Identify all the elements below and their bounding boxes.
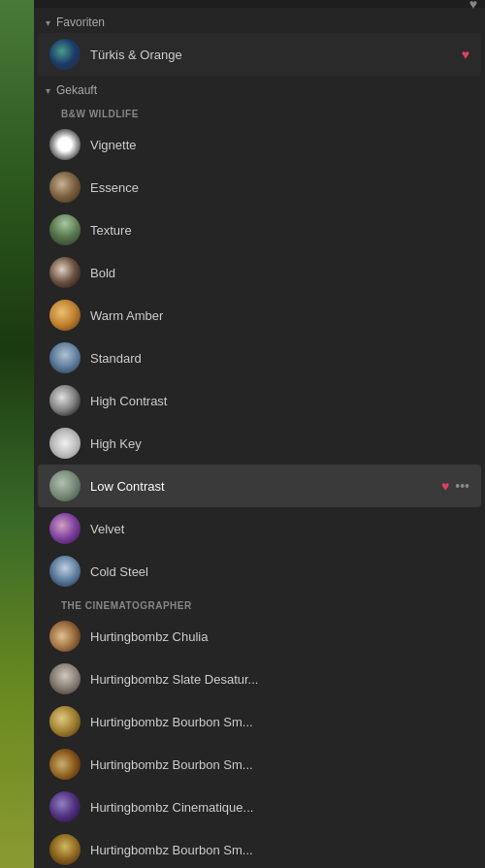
- preset-thumb-vignette: [49, 129, 81, 160]
- preset-name-bourbon-sm1: Hurtingbombz Bourbon Sm...: [90, 715, 469, 729]
- preset-thumb-bold: [49, 257, 81, 288]
- preset-item-essence[interactable]: Essence: [38, 166, 481, 209]
- preset-item-texture[interactable]: Texture: [38, 209, 481, 251]
- preset-thumb-high-key: [49, 428, 81, 459]
- preset-item-bourbon-sm2[interactable]: Hurtingbombz Bourbon Sm...: [38, 743, 481, 786]
- preset-thumb-chulia: [49, 621, 81, 652]
- preset-item-standard[interactable]: Standard: [38, 337, 481, 379]
- preset-list: ▾ Favoriten Türkis & Orange ♥ ▾ Gekauft …: [34, 8, 485, 868]
- preset-name-cinematique: Hurtingbombz Cinematique...: [90, 800, 469, 815]
- preset-thumb-turkis-orange: [49, 39, 81, 70]
- preset-name-texture: Texture: [90, 223, 469, 238]
- preset-name-chulia: Hurtingbombz Chulia: [90, 629, 469, 644]
- preset-name-cold-steel: Cold Steel: [90, 564, 469, 579]
- section-label-gekauft: Gekauft: [56, 83, 97, 97]
- preset-thumb-bourbon-sm1: [49, 706, 81, 737]
- preset-item-high-key[interactable]: High Key: [38, 422, 481, 465]
- preset-name-standard: Standard: [90, 351, 469, 366]
- preset-thumb-essence: [49, 172, 81, 203]
- preset-thumb-bourbon-sm3: [49, 834, 81, 865]
- preset-item-cold-steel[interactable]: Cold Steel: [38, 550, 481, 593]
- heart-button-low-contrast[interactable]: ♥: [441, 478, 449, 494]
- preset-name-low-contrast: Low Contrast: [90, 479, 441, 494]
- left-image-panel: [0, 0, 34, 868]
- preset-thumb-bourbon-sm2: [49, 749, 81, 780]
- heart-button-turkis-orange[interactable]: ♥: [462, 47, 469, 62]
- preset-actions-low-contrast: ♥ •••: [441, 478, 469, 494]
- preset-item-vignette[interactable]: Vignette: [38, 123, 481, 166]
- preset-item-warm-amber[interactable]: Warm Amber: [38, 294, 481, 337]
- preset-item-cinematique[interactable]: Hurtingbombz Cinematique...: [38, 786, 481, 828]
- section-header-favoriten[interactable]: ▾ Favoriten: [34, 8, 485, 33]
- cinematographer-label: THE CINEMATOGRAPHER: [34, 593, 485, 615]
- preset-thumb-high-contrast: [49, 385, 81, 416]
- preset-thumb-cinematique: [49, 791, 81, 822]
- preset-name-turkis-orange: Türkis & Orange: [90, 48, 462, 62]
- chevron-gekauft-icon: ▾: [46, 85, 50, 96]
- preset-item-bourbon-sm1[interactable]: Hurtingbombz Bourbon Sm...: [38, 700, 481, 743]
- preset-item-slate-desat[interactable]: Hurtingbombz Slate Desatur...: [38, 658, 481, 700]
- preset-thumb-low-contrast: [49, 470, 81, 501]
- preset-name-warm-amber: Warm Amber: [90, 308, 469, 323]
- section-label-favoriten: Favoriten: [56, 16, 105, 29]
- preset-item-velvet[interactable]: Velvet: [38, 507, 481, 550]
- preset-name-high-contrast: High Contrast: [90, 394, 469, 408]
- preset-name-vignette: Vignette: [90, 138, 469, 152]
- chevron-favoriten-icon: ▾: [46, 17, 50, 28]
- preset-item-low-contrast[interactable]: Low Contrast ♥ •••: [38, 465, 481, 507]
- bw-wildlife-label: B&W Wildlife: [34, 101, 485, 123]
- preset-item-high-contrast[interactable]: High Contrast: [38, 379, 481, 422]
- preset-thumb-slate-desat: [49, 663, 81, 694]
- preset-name-bourbon-sm2: Hurtingbombz Bourbon Sm...: [90, 757, 469, 772]
- more-button-low-contrast[interactable]: •••: [455, 478, 469, 494]
- preset-item-turkis-orange[interactable]: Türkis & Orange ♥: [38, 33, 481, 76]
- preset-name-essence: Essence: [90, 180, 469, 195]
- preset-actions-turkis-orange: ♥: [462, 47, 469, 62]
- preset-item-chulia[interactable]: Hurtingbombz Chulia: [38, 615, 481, 658]
- preset-thumb-velvet: [49, 513, 81, 544]
- preset-item-bourbon-sm3[interactable]: Hurtingbombz Bourbon Sm...: [38, 828, 481, 868]
- section-header-gekauft[interactable]: ▾ Gekauft: [34, 76, 485, 101]
- preset-name-bourbon-sm3: Hurtingbombz Bourbon Sm...: [90, 843, 469, 857]
- top-bar: ♥: [34, 0, 485, 8]
- preset-name-high-key: High Key: [90, 436, 469, 451]
- preset-thumb-warm-amber: [49, 300, 81, 331]
- preset-thumb-texture: [49, 214, 81, 245]
- preset-item-bold[interactable]: Bold: [38, 251, 481, 294]
- preset-thumb-standard: [49, 342, 81, 373]
- preset-name-bold: Bold: [90, 266, 469, 280]
- preset-name-velvet: Velvet: [90, 522, 469, 536]
- preset-name-slate-desat: Hurtingbombz Slate Desatur...: [90, 672, 469, 687]
- preset-thumb-cold-steel: [49, 556, 81, 587]
- right-panel: ♥ ▾ Favoriten Türkis & Orange ♥ ▾ Gekauf…: [34, 0, 485, 868]
